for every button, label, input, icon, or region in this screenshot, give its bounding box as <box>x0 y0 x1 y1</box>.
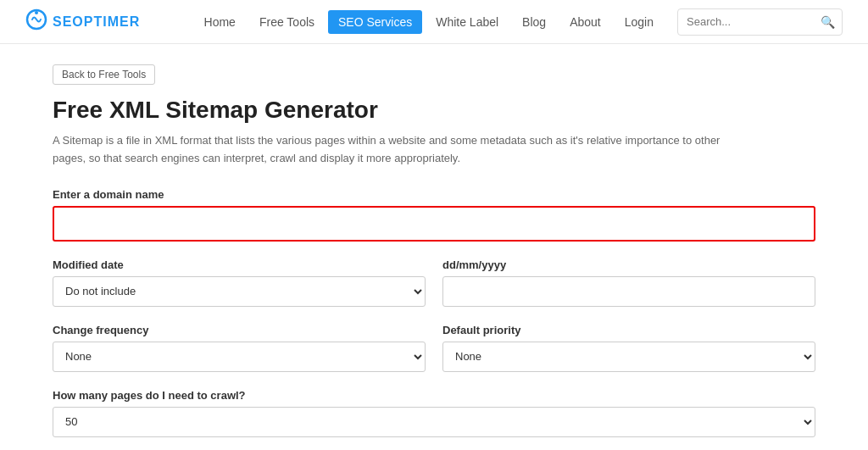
nav-about[interactable]: About <box>559 10 611 34</box>
date-field-input[interactable] <box>442 276 815 307</box>
crawl-label: How many pages do I need to crawl? <box>53 389 815 402</box>
main-nav: Home Free Tools SEO Services White Label… <box>194 10 664 34</box>
nav-white-label[interactable]: White Label <box>426 10 509 34</box>
date-field-col: dd/mm/yyyy <box>442 258 815 307</box>
header: SEOPTIMER Home Free Tools SEO Services W… <box>0 0 868 44</box>
freq-priority-row: Change frequency None Always Hourly Dail… <box>53 324 815 372</box>
change-freq-label: Change frequency <box>53 324 426 336</box>
crawl-select[interactable]: 50 100 200 500 <box>53 407 815 437</box>
page-description: A Sitemap is a file in XML format that l… <box>53 132 748 168</box>
crawl-row: How many pages do I need to crawl? 50 10… <box>53 389 815 437</box>
change-freq-select[interactable]: None Always Hourly Daily Weekly Monthly … <box>53 342 426 372</box>
change-freq-col: Change frequency None Always Hourly Dail… <box>53 324 426 372</box>
modified-date-row: Modified date Do not include Today Custo… <box>53 258 815 307</box>
default-priority-label: Default priority <box>442 324 815 336</box>
search-box: 🔍 <box>677 8 843 36</box>
logo-text: SEOPTIMER <box>53 14 140 30</box>
nav-blog[interactable]: Blog <box>512 10 556 34</box>
svg-point-1 <box>35 11 38 14</box>
logo-icon <box>25 8 47 36</box>
default-priority-col: Default priority None 0.1 0.5 1.0 <box>442 324 815 372</box>
logo: SEOPTIMER <box>25 8 140 36</box>
domain-input[interactable] <box>53 206 815 242</box>
search-button[interactable]: 🔍 <box>814 15 842 29</box>
date-field-label: dd/mm/yyyy <box>442 258 815 271</box>
search-input[interactable] <box>678 15 814 28</box>
back-to-free-tools-button[interactable]: Back to Free Tools <box>53 64 155 85</box>
page-title: Free XML Sitemap Generator <box>53 97 815 124</box>
default-priority-select[interactable]: None 0.1 0.5 1.0 <box>442 342 815 372</box>
modified-date-col: Modified date Do not include Today Custo… <box>53 258 426 307</box>
domain-label: Enter a domain name <box>53 188 815 201</box>
modified-date-select[interactable]: Do not include Today Custom <box>53 276 426 307</box>
nav-login[interactable]: Login <box>615 10 664 34</box>
nav-free-tools[interactable]: Free Tools <box>249 10 325 34</box>
nav-home[interactable]: Home <box>194 10 246 34</box>
search-icon: 🔍 <box>821 15 835 29</box>
nav-seo-services[interactable]: SEO Services <box>328 10 422 34</box>
modified-date-label: Modified date <box>53 258 426 271</box>
main-content: Back to Free Tools Free XML Sitemap Gene… <box>27 44 841 450</box>
